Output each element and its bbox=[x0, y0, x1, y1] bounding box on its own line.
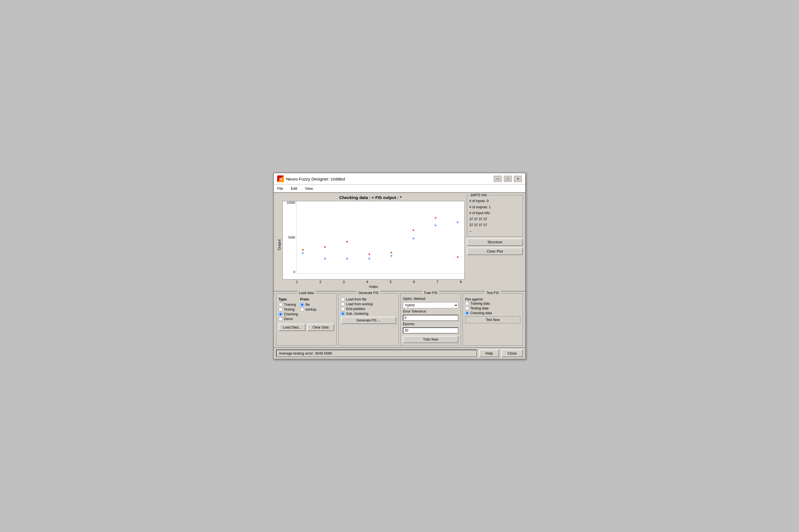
epochs-input[interactable] bbox=[403, 327, 458, 334]
plot-against-label: Plot against: bbox=[465, 298, 521, 301]
type-demo-radio[interactable] bbox=[278, 317, 283, 321]
chart-plot: 10000 5000 0 bbox=[283, 201, 465, 280]
from-worksp-row: worksp. bbox=[300, 307, 317, 311]
load-data-button[interactable]: Load Data... bbox=[278, 324, 306, 331]
main-content: Checking data : + FIS output : * Output … bbox=[274, 193, 525, 291]
plot-area: + + + + + + bbox=[296, 201, 464, 273]
svg-text:*: * bbox=[368, 252, 370, 258]
test-testing-label: Testing data bbox=[471, 306, 489, 310]
type-testing-radio[interactable] bbox=[278, 307, 283, 311]
clear-data-button[interactable]: Clear Data bbox=[307, 324, 334, 331]
menu-file[interactable]: File bbox=[276, 186, 284, 191]
type-checking-radio[interactable] bbox=[278, 312, 283, 316]
type-training-row: Training bbox=[278, 303, 298, 307]
y-tick-1: 0 bbox=[293, 270, 295, 273]
svg-text:*: * bbox=[435, 216, 437, 222]
gen-subclustering-label: Sub. clustering bbox=[346, 312, 368, 316]
from-file-radio[interactable] bbox=[300, 303, 304, 307]
generate-fis-options: Load from file Load from worksp. Grid pa… bbox=[341, 298, 396, 316]
optim-select[interactable]: hybrid bbox=[403, 302, 458, 308]
gen-subclustering-radio[interactable] bbox=[341, 312, 345, 316]
load-data-cols: Type: Training Testing Checking bbox=[278, 298, 334, 321]
from-file-label: file bbox=[306, 303, 310, 307]
matlab-icon: M bbox=[277, 175, 284, 182]
type-training-radio[interactable] bbox=[278, 303, 283, 307]
epochs-label: Epochs: bbox=[403, 322, 458, 326]
test-training-radio[interactable] bbox=[465, 302, 469, 305]
gen-load-worksp-radio[interactable] bbox=[341, 302, 345, 306]
structure-button[interactable]: Structure bbox=[467, 238, 523, 246]
generate-fis-title: Generate FIS bbox=[357, 291, 380, 295]
from-col: From: file worksp. bbox=[300, 298, 317, 321]
data-svg: + + + + + + bbox=[296, 201, 464, 273]
window-title: Neuro-Fuzzy Designer: Untitled bbox=[286, 176, 345, 182]
x-tick-7: 7 bbox=[437, 280, 438, 284]
y-tick-2: 5000 bbox=[288, 236, 295, 239]
nfis-mfs-row2: 37 37 37 37 bbox=[469, 222, 521, 228]
test-checking-radio[interactable] bbox=[465, 311, 469, 315]
y-axis-labels: 10000 5000 0 bbox=[283, 201, 296, 273]
nfis-box: ΔNFIS Info # of inputs: 9 # of outputs: … bbox=[467, 195, 523, 236]
gen-subclustering-row: Sub. clustering bbox=[341, 312, 396, 316]
optim-label: Optim. Method: bbox=[403, 297, 458, 301]
status-text: Average testing error: 3049.5585 bbox=[276, 349, 477, 357]
nfis-box-title: ΔNFIS Info bbox=[469, 193, 488, 197]
gen-grid-radio[interactable] bbox=[341, 307, 345, 311]
x-tick-5: 5 bbox=[390, 280, 392, 284]
chart-area: Checking data : + FIS output : * Output … bbox=[276, 195, 465, 289]
test-fis-title: Test FIS bbox=[485, 291, 501, 295]
train-now-button[interactable]: Train Now bbox=[403, 336, 458, 343]
x-axis-labels: 1 2 3 4 5 6 7 8 bbox=[283, 280, 465, 284]
from-file-row: file bbox=[300, 303, 317, 307]
nfis-outputs: # of outputs: 1 bbox=[469, 204, 521, 210]
gen-load-worksp-label: Load from worksp. bbox=[346, 302, 374, 306]
menu-bar: File Edit View bbox=[274, 185, 525, 193]
close-button[interactable]: × bbox=[514, 176, 522, 182]
type-testing-row: Testing bbox=[278, 307, 298, 311]
svg-text:*: * bbox=[457, 255, 459, 261]
test-checking-row: Checking data bbox=[465, 311, 521, 315]
menu-view[interactable]: View bbox=[304, 186, 314, 191]
error-tolerance-input[interactable] bbox=[403, 315, 458, 321]
x-tick-6: 6 bbox=[413, 280, 415, 284]
type-testing-label: Testing bbox=[284, 307, 295, 311]
clear-plot-button[interactable]: Clear Plot bbox=[467, 247, 523, 255]
title-bar: M Neuro-Fuzzy Designer: Untitled ─ □ × bbox=[274, 173, 525, 185]
status-buttons: Help Close bbox=[479, 349, 523, 357]
gen-load-file-radio[interactable] bbox=[341, 298, 345, 301]
nfis-mfs-row3: -- bbox=[469, 228, 521, 234]
y-tick-3: 10000 bbox=[287, 201, 295, 204]
menu-edit[interactable]: Edit bbox=[290, 186, 298, 191]
type-training-label: Training bbox=[284, 303, 296, 307]
svg-text:*: * bbox=[413, 228, 414, 234]
from-label: From: bbox=[300, 298, 317, 301]
test-fis-options: Training data Testing data Checking data bbox=[465, 302, 521, 315]
svg-text:+: + bbox=[324, 255, 326, 261]
info-panel: ΔNFIS Info # of inputs: 9 # of outputs: … bbox=[467, 195, 523, 289]
maximize-button[interactable]: □ bbox=[504, 176, 512, 182]
type-col: Type: Training Testing Checking bbox=[278, 298, 298, 321]
svg-text:+: + bbox=[456, 219, 459, 225]
train-fis-content: Optim. Method: hybrid Error Tolerance: E… bbox=[403, 297, 458, 343]
type-checking-row: Checking bbox=[278, 312, 298, 316]
generate-fis-content: Load from file Load from worksp. Grid pa… bbox=[341, 298, 396, 324]
test-now-button[interactable]: Test Now bbox=[465, 316, 521, 323]
gen-load-worksp-row: Load from worksp. bbox=[341, 302, 396, 306]
x-tick-3: 3 bbox=[343, 280, 345, 284]
help-button[interactable]: Help bbox=[479, 349, 499, 357]
gen-grid-row: Grid partition bbox=[341, 307, 396, 311]
train-fis-title: Train FIS bbox=[422, 291, 439, 295]
minimize-button[interactable]: ─ bbox=[494, 176, 502, 182]
close-window-button[interactable]: Close bbox=[501, 349, 523, 357]
test-testing-radio[interactable] bbox=[465, 306, 469, 310]
gen-load-file-row: Load from file bbox=[341, 298, 396, 301]
svg-text:+: + bbox=[412, 235, 415, 241]
test-training-label: Training data bbox=[471, 302, 490, 305]
svg-text:+: + bbox=[434, 222, 437, 228]
from-worksp-radio[interactable] bbox=[300, 307, 304, 311]
status-bar: Average testing error: 3049.5585 Help Cl… bbox=[274, 347, 525, 359]
generate-fis-panel: Generate FIS Load from file Load from wo… bbox=[338, 293, 399, 346]
generate-fis-button[interactable]: Generate FIS ... bbox=[341, 317, 396, 324]
test-fis-panel: Test FIS Plot against: Training data Tes… bbox=[462, 293, 523, 346]
x-tick-1: 1 bbox=[296, 280, 298, 284]
